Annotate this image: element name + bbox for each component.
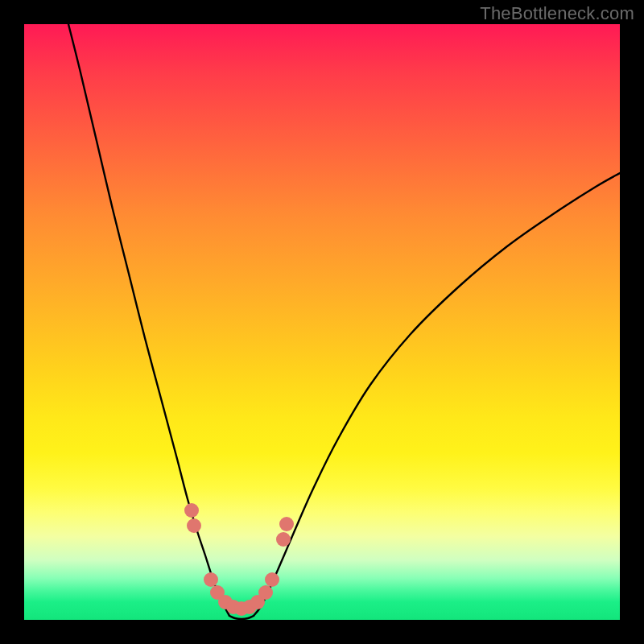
curve-right [254,173,620,616]
curve-valley [229,616,254,619]
marker-dot [279,517,294,531]
marker-dot [184,503,199,518]
marker-dot [258,585,273,600]
marker-group [184,503,294,616]
curve-left [68,24,229,616]
plot-area [24,24,620,620]
marker-dot [265,572,279,587]
curve-layer [24,24,620,620]
chart-frame: TheBottleneck.com [0,0,644,644]
marker-dot [276,532,291,547]
marker-dot [187,518,201,533]
marker-dot [204,572,218,587]
watermark-text: TheBottleneck.com [480,3,634,24]
